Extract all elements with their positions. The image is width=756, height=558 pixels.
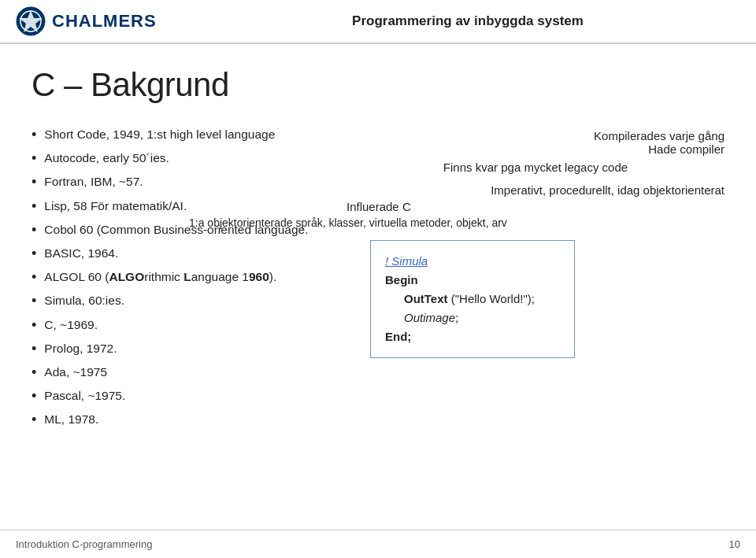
annotation-imperativt: Imperativt, procedurellt, idag objektori… [346, 183, 724, 197]
annotation-kompilerades: Kompilerades varje gång Hade compiler [346, 129, 724, 156]
list-item: Fortran, IBM, ~57. [32, 173, 331, 192]
list-item: BASIC, 1964. [32, 245, 331, 264]
list-item: ALGOL 60 (ALGOrithmic Language 1960). [32, 268, 331, 287]
annotation-finns: Finns kvar pga mycket legacy code [346, 161, 724, 174]
list-item: Prolog, 1972. [32, 340, 331, 359]
list-item: C, ~1969. [32, 316, 331, 335]
annotation-1a: 1:a objektorienterade språk, klasser, vi… [189, 216, 724, 229]
right-column: Kompilerades varje gång Hade compiler Fi… [331, 126, 724, 434]
right-annotations: Kompilerades varje gång Hade compiler Fi… [346, 129, 724, 358]
footer-left: Introduktion C-programmering [16, 538, 152, 550]
code-box: ! Simula Begin OutText ("Hello World!");… [370, 240, 575, 358]
footer: Introduktion C-programmering 10 [0, 530, 756, 558]
content-area: Short Code, 1949, 1:st high level langua… [32, 126, 724, 434]
list-item: Lisp, 58 För matematik/AI. [32, 198, 331, 216]
main-content: C – Bakgrund Short Code, 1949, 1:st high… [0, 44, 756, 434]
header-logo: CHALMERS [16, 6, 195, 36]
code-line-outimage: Outimage; [385, 309, 560, 327]
code-line-outtext: OutText ("Hello World!"); [385, 290, 560, 309]
list-item: Short Code, 1949, 1:st high level langua… [32, 126, 331, 145]
list-item: Pascal, ~1975. [32, 387, 331, 406]
bullet-list: Short Code, 1949, 1:st high level langua… [32, 126, 331, 430]
code-line-simula: ! Simula [385, 252, 560, 271]
chalmers-logo-text: CHALMERS [52, 11, 157, 31]
header-title: Programmering av inbyggda system [195, 13, 740, 29]
code-line-begin: Begin [385, 271, 560, 290]
list-item: Autocode, early 50´ies. [32, 150, 331, 168]
chalmers-emblem-icon [16, 6, 46, 36]
slide-title: C – Bakgrund [32, 66, 724, 104]
left-column: Short Code, 1949, 1:st high level langua… [32, 126, 331, 434]
code-line-end: End; [385, 327, 560, 346]
annotation-influerade: Influerade C [346, 200, 724, 213]
header: CHALMERS Programmering av inbyggda syste… [0, 0, 756, 44]
footer-right: 10 [729, 538, 740, 550]
list-item: ML, 1978. [32, 411, 331, 430]
list-item: Simula, 60:ies. [32, 292, 331, 311]
list-item: Ada, ~1975 [32, 364, 331, 382]
